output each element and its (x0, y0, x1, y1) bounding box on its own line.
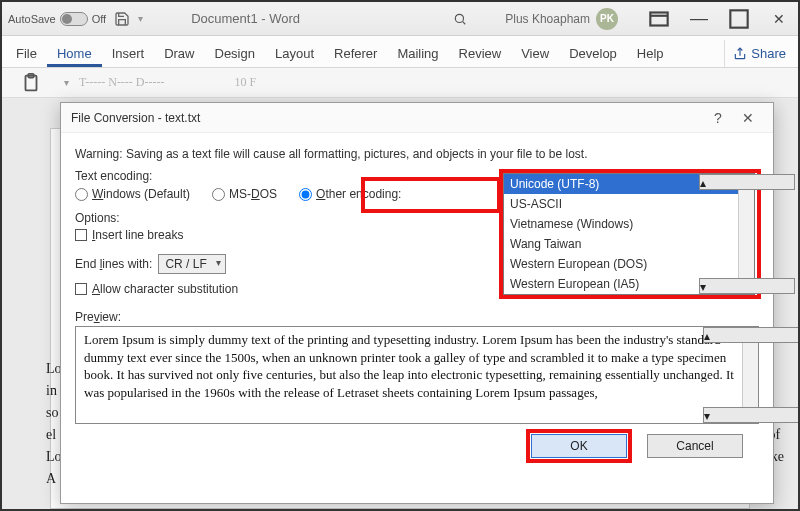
scroll-up-icon[interactable]: ▴ (699, 174, 795, 190)
tab-view[interactable]: View (511, 40, 559, 67)
maximize-button[interactable] (726, 6, 752, 32)
autosave-state: Off (92, 13, 106, 25)
share-icon (733, 47, 747, 61)
encoding-option[interactable]: US-ASCII (504, 194, 738, 214)
share-button[interactable]: Share (724, 40, 794, 67)
highlight-encoding-list: Unicode (UTF-8) US-ASCII Vietnamese (Win… (499, 169, 761, 299)
radio-windows[interactable]: Windows (Default) (75, 187, 190, 201)
qat-overflow-icon[interactable]: ▾ (138, 13, 143, 24)
encoding-option[interactable]: Western European (DOS) (504, 254, 738, 274)
ribbon: ▾ T----- N---- D----- 10 F (2, 68, 798, 98)
radio-other[interactable]: Other encoding: (299, 187, 401, 201)
toggle-icon[interactable] (60, 12, 88, 26)
preview-text: Lorem Ipsum is simply dummy text of the … (76, 327, 742, 423)
dialog-title: File Conversion - text.txt (71, 111, 200, 125)
preview-box: Lorem Ipsum is simply dummy text of the … (75, 326, 759, 424)
user-account[interactable]: Plus Khoapham PK (505, 8, 618, 30)
tab-draw[interactable]: Draw (154, 40, 204, 67)
ribbon-display-icon[interactable] (646, 6, 672, 32)
end-lines-combo[interactable]: CR / LF (158, 254, 225, 274)
encoding-listbox[interactable]: Unicode (UTF-8) US-ASCII Vietnamese (Win… (503, 173, 755, 295)
dialog-titlebar: File Conversion - text.txt ? ✕ (61, 103, 773, 133)
tab-references[interactable]: Referer (324, 40, 387, 67)
radio-msdos[interactable]: MS-DOS (212, 187, 277, 201)
tab-developer[interactable]: Develop (559, 40, 627, 67)
end-lines-label: End lines with: (75, 257, 152, 271)
svg-rect-4 (730, 10, 747, 27)
minimize-button[interactable]: — (686, 6, 712, 32)
font-size-stub[interactable]: 10 F (235, 75, 257, 90)
autosave-label: AutoSave (8, 13, 56, 25)
dialog-close-button[interactable]: ✕ (733, 110, 763, 126)
user-name: Plus Khoapham (505, 12, 590, 26)
encoding-option[interactable]: Vietnamese (Windows) (504, 214, 738, 234)
tab-home[interactable]: Home (47, 40, 102, 67)
search-icon[interactable] (453, 12, 467, 26)
tab-help[interactable]: Help (627, 40, 674, 67)
close-button[interactable]: ✕ (766, 6, 792, 32)
autosave-toggle[interactable]: AutoSave Off (8, 12, 106, 26)
tab-insert[interactable]: Insert (102, 40, 155, 67)
tab-mailings[interactable]: Mailing (387, 40, 448, 67)
svg-point-0 (456, 14, 464, 22)
paste-button[interactable] (8, 72, 54, 94)
scroll-up-icon[interactable]: ▴ (703, 327, 799, 343)
checkbox-allow-substitution[interactable]: Allow character substitution (75, 282, 238, 296)
ok-button[interactable]: OK (531, 434, 627, 458)
share-label: Share (751, 46, 786, 61)
preview-scrollbar[interactable]: ▴ ▾ (742, 327, 758, 423)
encoding-option[interactable]: Wang Taiwan (504, 234, 738, 254)
tab-file[interactable]: File (6, 40, 47, 67)
avatar: PK (596, 8, 618, 30)
tab-design[interactable]: Design (205, 40, 265, 67)
cancel-button[interactable]: Cancel (647, 434, 743, 458)
scroll-down-icon[interactable]: ▾ (699, 278, 795, 294)
dialog-help-button[interactable]: ? (703, 110, 733, 126)
font-name-stub[interactable]: T----- N---- D----- (79, 75, 165, 90)
checkbox-insert-line-breaks[interactable]: Insert line breaks (75, 228, 183, 242)
scrollbar[interactable]: ▴ ▾ (738, 174, 754, 294)
tab-review[interactable]: Review (449, 40, 512, 67)
svg-rect-2 (650, 12, 667, 25)
scroll-down-icon[interactable]: ▾ (703, 407, 799, 423)
warning-text: Warning: Saving as a text file will caus… (75, 147, 759, 161)
svg-line-1 (463, 21, 466, 24)
document-title: Document1 - Word (191, 11, 300, 26)
clipboard-icon (20, 72, 42, 94)
file-conversion-dialog: File Conversion - text.txt ? ✕ Warning: … (60, 102, 774, 504)
ribbon-tabs: File Home Insert Draw Design Layout Refe… (2, 36, 798, 68)
preview-label: Preview: (75, 310, 759, 324)
save-icon[interactable] (114, 11, 130, 27)
tab-layout[interactable]: Layout (265, 40, 324, 67)
title-bar: AutoSave Off ▾ Document1 - Word Plus Kho… (2, 2, 798, 36)
